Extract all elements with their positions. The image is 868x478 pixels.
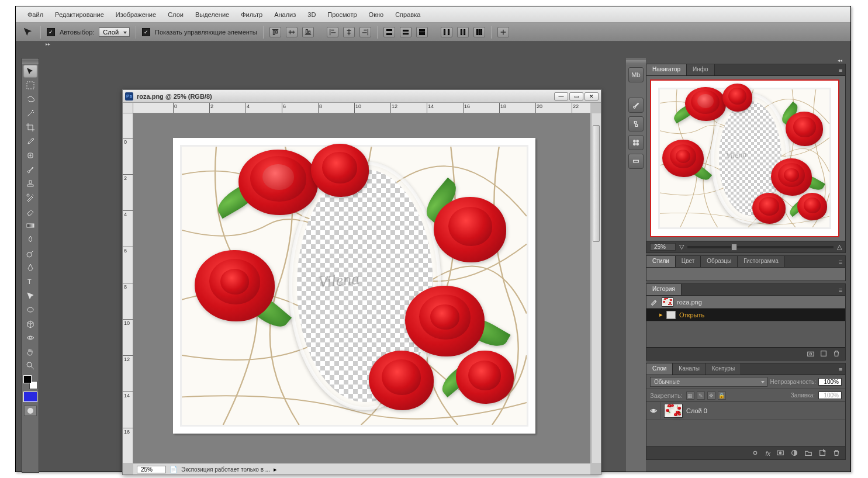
brush-panel-icon[interactable] — [628, 98, 644, 113]
brush-tool-icon[interactable] — [23, 163, 37, 176]
blend-mode-dropdown[interactable]: Обычные — [650, 377, 767, 387]
delete-icon[interactable] — [832, 349, 841, 359]
quickmask-toggle-icon[interactable] — [24, 406, 37, 416]
3d-tool-icon[interactable] — [23, 317, 37, 330]
history-brush-tool-icon[interactable] — [23, 191, 37, 204]
menu-layers[interactable]: Слои — [162, 9, 189, 20]
align-top-icon[interactable] — [269, 27, 281, 37]
tab-paths[interactable]: Контуры — [706, 363, 741, 375]
minibridge-icon[interactable]: Mb — [628, 67, 644, 82]
swatch-color[interactable] — [23, 392, 37, 402]
lock-transparent-icon[interactable]: ▦ — [686, 392, 694, 400]
tab-history[interactable]: История — [646, 284, 682, 295]
panel-collapse-icon[interactable]: ▸▸ — [39, 41, 57, 47]
move-tool-icon[interactable] — [23, 65, 37, 78]
distribute-top-icon[interactable] — [383, 27, 395, 37]
navigator-thumbnail[interactable]: Vilena — [650, 79, 839, 237]
auto-select-dropdown[interactable]: Слой — [99, 27, 130, 37]
tab-info[interactable]: Инфо — [687, 64, 715, 75]
eraser-tool-icon[interactable] — [23, 205, 37, 218]
clone-panel-icon[interactable] — [628, 116, 644, 131]
layer-style-icon[interactable]: fx — [765, 450, 770, 457]
link-layers-icon[interactable] — [751, 449, 759, 458]
ruler-vertical[interactable]: 0246810121416 — [123, 113, 133, 463]
layer-group-icon[interactable] — [804, 449, 812, 458]
pen-tool-icon[interactable] — [23, 261, 37, 274]
window-minimize-icon[interactable]: — — [554, 92, 568, 101]
align-hcenter-icon[interactable] — [343, 27, 355, 37]
blur-tool-icon[interactable] — [23, 233, 37, 246]
tab-histogram[interactable]: Гистограмма — [738, 256, 785, 267]
canvas[interactable]: Vilena — [173, 138, 535, 434]
menu-window[interactable]: Окно — [363, 9, 390, 20]
type-tool-icon[interactable]: T — [23, 275, 37, 288]
window-close-icon[interactable]: ✕ — [585, 92, 599, 101]
menu-3d[interactable]: 3D — [302, 9, 321, 20]
tab-styles[interactable]: Стили — [646, 256, 676, 267]
ruler-origin[interactable] — [123, 103, 133, 113]
foreground-color[interactable] — [23, 375, 32, 383]
history-source-row[interactable]: Vilena roza.png — [646, 296, 845, 309]
lock-position-icon[interactable]: ✥ — [707, 392, 715, 400]
wand-tool-icon[interactable] — [23, 107, 37, 120]
menu-help[interactable]: Справка — [389, 9, 426, 20]
window-maximize-icon[interactable]: ▭ — [569, 92, 583, 101]
navigator-zoom-value[interactable]: 25% — [650, 243, 676, 251]
panels-collapse-icon[interactable]: ◂◂ — [646, 58, 846, 64]
path-select-tool-icon[interactable] — [23, 289, 37, 302]
panel-menu-icon[interactable]: ≡ — [836, 363, 845, 375]
align-vcenter-icon[interactable] — [286, 27, 298, 37]
marquee-tool-icon[interactable] — [23, 79, 37, 92]
menu-analysis[interactable]: Анализ — [268, 9, 302, 20]
shape-tool-icon[interactable] — [23, 303, 37, 316]
tab-channels[interactable]: Каналы — [673, 363, 706, 375]
new-snapshot-icon[interactable] — [807, 349, 815, 359]
menu-view[interactable]: Просмотр — [321, 9, 362, 20]
menu-image[interactable]: Изображение — [110, 9, 162, 20]
opacity-value[interactable]: 100% — [818, 378, 842, 386]
tab-color[interactable]: Цвет — [676, 256, 701, 267]
tab-navigator[interactable]: Навигатор — [646, 64, 687, 75]
zoom-in-icon[interactable]: △ — [837, 243, 842, 251]
delete-layer-icon[interactable] — [832, 449, 841, 458]
fill-value[interactable]: 100% — [818, 392, 842, 399]
lasso-tool-icon[interactable] — [23, 93, 37, 106]
color-swatches[interactable] — [23, 375, 37, 389]
navigator-zoom-slider[interactable] — [687, 246, 834, 248]
eyedropper-tool-icon[interactable] — [23, 135, 37, 148]
show-transform-checkbox[interactable]: ✓ — [142, 28, 150, 36]
align-bottom-icon[interactable] — [302, 27, 314, 37]
menu-file[interactable]: Файл — [22, 9, 49, 20]
document-titlebar[interactable]: Ps roza.png @ 25% (RGB/8) — ▭ ✕ — [123, 90, 601, 103]
distribute-right-icon[interactable] — [473, 27, 485, 37]
distribute-bottom-icon[interactable] — [416, 27, 428, 37]
tool-presets-icon[interactable] — [628, 154, 644, 169]
auto-select-checkbox[interactable]: ✓ — [47, 28, 55, 36]
panel-menu-icon[interactable]: ≡ — [836, 284, 845, 295]
status-menu-icon[interactable]: ▸ — [274, 466, 277, 473]
status-zoom[interactable]: 25% — [137, 466, 166, 473]
tab-swatches[interactable]: Образцы — [701, 256, 738, 267]
layer-visibility-icon[interactable] — [646, 402, 660, 419]
scrollbar-vertical[interactable] — [591, 113, 601, 463]
panel-menu-icon[interactable]: ≡ — [836, 256, 845, 267]
distribute-hcenter-icon[interactable] — [457, 27, 469, 37]
status-doc-icon[interactable]: 📄 — [170, 466, 178, 473]
menu-edit[interactable]: Редактирование — [49, 9, 110, 20]
distribute-vcenter-icon[interactable] — [400, 27, 411, 37]
zoom-tool-icon[interactable] — [23, 359, 37, 372]
canvas-area[interactable]: Vilena — [133, 113, 590, 463]
new-layer-icon[interactable] — [818, 449, 826, 458]
crop-tool-icon[interactable] — [23, 121, 37, 134]
gradient-tool-icon[interactable] — [23, 219, 37, 232]
3d-camera-tool-icon[interactable] — [23, 331, 37, 344]
stamp-tool-icon[interactable] — [23, 177, 37, 190]
auto-align-icon[interactable] — [497, 27, 509, 37]
lock-all-icon[interactable]: 🔒 — [718, 392, 726, 400]
menu-select[interactable]: Выделение — [189, 9, 235, 20]
hand-tool-icon[interactable] — [23, 345, 37, 358]
layer-row[interactable]: Vilena Слой 0 — [646, 402, 845, 420]
ruler-horizontal[interactable]: 0246810121416182022 — [133, 103, 590, 113]
toolbox-grip[interactable] — [22, 60, 39, 64]
dodge-tool-icon[interactable] — [23, 247, 37, 260]
